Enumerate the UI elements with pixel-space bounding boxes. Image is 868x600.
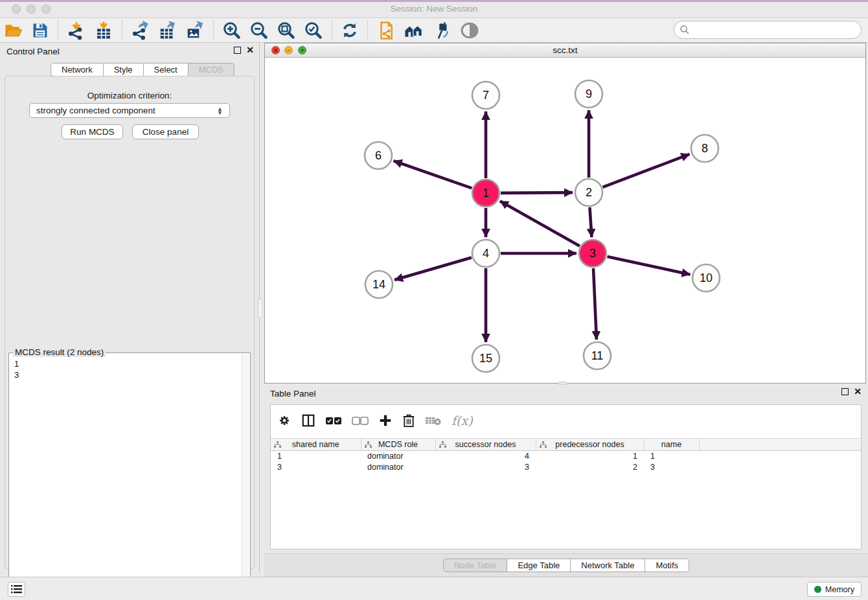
node-8[interactable]: 8 — [691, 135, 718, 162]
cell-MCDS-role[interactable]: dominator — [361, 451, 435, 462]
memory-label: Memory — [825, 585, 854, 594]
function-builder-icon[interactable]: f(x) — [451, 413, 473, 428]
optimization-criterion-select[interactable]: strongly connected component ▲▼ — [29, 103, 230, 118]
tab-edge-table[interactable]: Edge Table — [507, 559, 571, 572]
table-row[interactable]: 3dominator323 — [271, 462, 861, 473]
tab-network[interactable]: Network — [51, 63, 104, 76]
column-layout-icon[interactable] — [301, 413, 315, 428]
tab-network-table[interactable]: Network Table — [571, 559, 645, 572]
titlebar: Session: New Session — [0, 0, 868, 18]
svg-text:4: 4 — [483, 247, 489, 260]
select-all-icon[interactable] — [325, 415, 342, 426]
svg-text:10: 10 — [700, 271, 713, 284]
node-14[interactable]: 14 — [365, 271, 393, 298]
control-panel-title: Control Panel — [6, 47, 60, 56]
node-2[interactable]: 2 — [575, 179, 602, 206]
memory-button[interactable]: Memory — [807, 582, 862, 597]
edge-3-11[interactable] — [593, 268, 597, 340]
select-stepper-icon: ▲▼ — [217, 107, 223, 115]
hide-selected-icon[interactable] — [428, 19, 455, 41]
zoom-fit-icon[interactable] — [273, 19, 300, 41]
tab-node-table[interactable]: Node Table — [443, 559, 508, 572]
tab-select[interactable]: Select — [144, 63, 188, 76]
tab-motifs[interactable]: Motifs — [645, 559, 689, 572]
cell-successor-nodes[interactable]: 3 — [435, 462, 536, 473]
delete-table-icon[interactable] — [425, 415, 442, 426]
node-7[interactable]: 7 — [472, 82, 499, 109]
svg-text:6: 6 — [375, 149, 382, 162]
search-icon — [680, 25, 690, 35]
tab-style[interactable]: Style — [104, 63, 144, 76]
cell-predecessor-nodes[interactable]: 1 — [536, 451, 644, 462]
node-4[interactable]: 4 — [472, 240, 499, 267]
show-graphics-details-icon[interactable] — [455, 19, 484, 41]
edge-3-10[interactable] — [607, 257, 690, 275]
cell-name[interactable]: 3 — [644, 462, 699, 473]
cell-shared-name[interactable]: 1 — [271, 451, 361, 462]
node-10[interactable]: 10 — [692, 264, 720, 292]
close-table-panel-icon[interactable]: ✕ — [854, 388, 862, 395]
column-header-successor-nodes[interactable]: successor nodes — [435, 439, 536, 451]
deselect-all-icon[interactable] — [352, 415, 369, 426]
network-window-title: scc.txt — [265, 45, 865, 55]
run-mcds-button[interactable]: Run MCDS — [62, 124, 123, 139]
zoom-selected-icon[interactable] — [300, 19, 327, 41]
edge-2-3[interactable] — [589, 207, 591, 237]
edge-1-2[interactable] — [501, 192, 573, 193]
node-11[interactable]: 11 — [584, 342, 611, 369]
svg-text:1: 1 — [483, 187, 489, 200]
zoom-in-icon[interactable] — [218, 19, 246, 41]
svg-text:11: 11 — [591, 349, 604, 362]
zoom-out-icon[interactable] — [246, 19, 273, 41]
node-1[interactable]: 1 — [472, 179, 499, 207]
search-input[interactable] — [690, 25, 861, 35]
tab-mcds[interactable]: MCDS — [188, 63, 234, 76]
edge-4-14[interactable] — [394, 257, 472, 280]
export-table-icon[interactable] — [154, 19, 181, 41]
close-panel-button[interactable]: Close panel — [132, 124, 199, 139]
task-history-button[interactable] — [8, 582, 25, 597]
column-header-name[interactable]: name — [644, 439, 699, 451]
delete-column-icon[interactable] — [402, 413, 415, 428]
save-session-icon[interactable] — [27, 19, 53, 41]
float-table-panel-icon[interactable] — [841, 388, 849, 395]
import-network-icon[interactable] — [63, 19, 90, 41]
export-network-icon[interactable] — [127, 19, 154, 41]
column-header-shared-name[interactable]: shared name — [271, 439, 361, 451]
cell-predecessor-nodes[interactable]: 2 — [536, 462, 644, 473]
float-panel-icon[interactable] — [234, 47, 241, 54]
edge-2-8[interactable] — [603, 154, 690, 187]
cell-MCDS-role[interactable]: dominator — [361, 462, 435, 473]
add-column-icon[interactable] — [378, 413, 393, 428]
import-table-icon[interactable] — [90, 19, 117, 41]
svg-text:3: 3 — [589, 247, 596, 260]
new-network-from-selection-icon[interactable] — [372, 19, 400, 41]
refresh-layout-icon[interactable] — [337, 19, 363, 41]
first-neighbors-icon[interactable] — [400, 19, 428, 41]
cell-shared-name[interactable]: 3 — [271, 462, 361, 473]
open-session-icon[interactable] — [0, 19, 27, 41]
network-view-window: ✕ − ＋ scc.txt 7968124314101511 — [264, 43, 866, 384]
panel-splitter-handle[interactable] — [258, 299, 263, 318]
cell-successor-nodes[interactable]: 4 — [435, 451, 536, 462]
table-splitter-handle[interactable] — [558, 382, 567, 385]
network-canvas[interactable]: 7968124314101511 — [265, 58, 865, 383]
column-header-MCDS-role[interactable]: MCDS role — [361, 439, 435, 451]
node-6[interactable]: 6 — [365, 142, 392, 169]
mcds-result-list[interactable]: 1 3 — [9, 356, 24, 383]
export-image-icon[interactable] — [181, 19, 209, 41]
node-3[interactable]: 3 — [579, 240, 606, 267]
edge-3-1[interactable] — [500, 201, 580, 246]
close-panel-icon[interactable]: ✕ — [246, 47, 254, 54]
result-scrollbar[interactable] — [242, 354, 249, 595]
table-options-icon[interactable] — [277, 413, 291, 428]
table-row[interactable]: 1dominator411 — [271, 451, 861, 462]
column-header-predecessor-nodes[interactable]: predecessor nodes — [536, 439, 644, 451]
search-box[interactable] — [674, 21, 862, 39]
cell-name[interactable]: 1 — [644, 451, 699, 462]
edge-1-6[interactable] — [394, 161, 472, 188]
network-window-titlebar[interactable]: ✕ − ＋ scc.txt — [265, 43, 865, 58]
selected-option: strongly connected component — [36, 106, 155, 115]
node-9[interactable]: 9 — [575, 80, 602, 108]
node-15[interactable]: 15 — [472, 345, 499, 372]
